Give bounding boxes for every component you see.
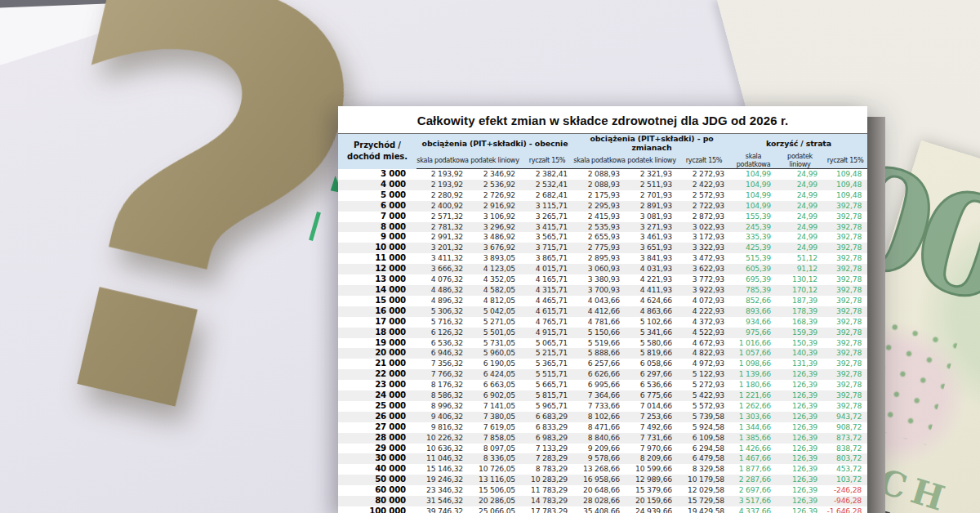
table-title: Całkowity efekt zmian w składce zdrowotn… bbox=[338, 106, 867, 127]
value-cell: 20 286,05 bbox=[469, 496, 521, 506]
column-subheader: skala podatkowa bbox=[730, 152, 777, 169]
table-row: 6 0002 400,922 916,923 115,712 295,932 8… bbox=[338, 201, 867, 212]
value-cell: 7 141,05 bbox=[469, 401, 521, 412]
table-row: 28 00010 226,327 858,056 983,298 840,667… bbox=[338, 433, 867, 444]
value-cell: 5 365,71 bbox=[521, 359, 573, 369]
value-cell: 2 722,93 bbox=[678, 201, 730, 212]
value-cell: 1 303,66 bbox=[730, 412, 777, 422]
value-cell: 3 517,66 bbox=[730, 496, 777, 506]
value-cell: 6 479,58 bbox=[678, 453, 730, 464]
value-cell: 4 372,93 bbox=[678, 317, 730, 328]
value-cell: 3 380,93 bbox=[573, 274, 626, 285]
value-cell: 5 815,71 bbox=[521, 390, 573, 401]
table-row: 21 0007 356,326 190,055 365,716 257,666 … bbox=[338, 359, 867, 369]
value-cell: 23 346,32 bbox=[416, 485, 469, 496]
value-cell: 1 057,66 bbox=[730, 348, 777, 359]
value-cell: 2 872,93 bbox=[678, 212, 730, 222]
value-cell: 15 506,05 bbox=[469, 485, 521, 496]
value-cell: 6 626,66 bbox=[573, 369, 626, 380]
value-cell: 126,39 bbox=[777, 390, 823, 401]
value-cell: 2 701,93 bbox=[626, 190, 678, 201]
value-cell: 10 226,32 bbox=[416, 433, 469, 444]
value-cell: 2 382,41 bbox=[521, 169, 573, 180]
row-label: 11 000 bbox=[338, 253, 416, 264]
value-cell: 392,78 bbox=[823, 380, 867, 390]
value-cell: 5 122,93 bbox=[678, 369, 730, 380]
value-cell: 5 819,66 bbox=[626, 348, 678, 359]
value-cell: 104,99 bbox=[730, 169, 777, 180]
table-row: 23 0008 176,326 663,055 665,716 995,666 … bbox=[338, 380, 867, 390]
value-cell: 2 280,92 bbox=[416, 190, 469, 201]
value-cell: 838,72 bbox=[823, 444, 867, 454]
value-cell: 335,39 bbox=[730, 232, 777, 243]
value-cell: 11 783,29 bbox=[521, 485, 573, 496]
value-cell: 4 412,66 bbox=[573, 306, 626, 317]
value-cell: 8 471,66 bbox=[573, 422, 626, 433]
row-label: 10 000 bbox=[338, 243, 416, 253]
value-cell: 3 651,93 bbox=[626, 243, 678, 253]
value-cell: 14 783,29 bbox=[521, 496, 573, 506]
value-cell: 109,48 bbox=[823, 180, 867, 190]
value-cell: 12 029,58 bbox=[678, 485, 730, 496]
value-cell: 24,99 bbox=[777, 222, 823, 233]
value-cell: 24,99 bbox=[777, 232, 823, 243]
value-cell: 3 411,32 bbox=[416, 253, 469, 264]
value-cell: 9 578,66 bbox=[573, 453, 626, 464]
value-cell: 8 209,66 bbox=[626, 453, 678, 464]
value-cell: 1 467,66 bbox=[730, 453, 777, 464]
value-cell: 24,99 bbox=[777, 180, 823, 190]
value-cell: 3 265,71 bbox=[521, 212, 573, 222]
value-cell: 4 352,05 bbox=[469, 274, 521, 285]
table-row: 8 0002 781,323 296,923 415,712 535,933 2… bbox=[338, 222, 867, 233]
value-cell: 4 222,93 bbox=[678, 306, 730, 317]
value-cell: 392,78 bbox=[823, 369, 867, 380]
table-row: 15 0004 896,324 812,054 465,714 043,664 … bbox=[338, 296, 867, 306]
value-cell: 9 816,32 bbox=[416, 422, 469, 433]
column-subheader: ryczałt 15% bbox=[678, 152, 730, 169]
value-cell: 5 739,58 bbox=[678, 412, 730, 422]
value-cell: 893,66 bbox=[730, 306, 777, 317]
value-cell: 6 257,66 bbox=[573, 359, 626, 369]
row-label: 28 000 bbox=[338, 433, 416, 444]
value-cell: 3 622,93 bbox=[678, 264, 730, 274]
value-cell: 4 822,93 bbox=[678, 348, 730, 359]
value-cell: 126,39 bbox=[777, 369, 823, 380]
value-cell: 6 058,66 bbox=[626, 359, 678, 369]
value-cell: 12 989,66 bbox=[626, 475, 678, 485]
table-row: 22 0007 766,326 424,055 515,716 626,666 … bbox=[338, 369, 867, 380]
value-cell: 10 726,05 bbox=[469, 464, 521, 475]
value-cell: 392,78 bbox=[823, 401, 867, 412]
value-cell: 131,39 bbox=[777, 359, 823, 369]
value-cell: 7 733,66 bbox=[573, 401, 626, 412]
value-cell: 4 672,93 bbox=[678, 338, 730, 349]
table-row: 24 0008 586,326 902,055 815,717 364,666 … bbox=[338, 390, 867, 401]
value-cell: 4 915,71 bbox=[521, 328, 573, 338]
value-cell: 785,39 bbox=[730, 285, 777, 296]
value-cell: 6 294,58 bbox=[678, 444, 730, 454]
value-cell: 3 893,05 bbox=[469, 253, 521, 264]
value-cell: 6 995,66 bbox=[573, 380, 626, 390]
value-cell: 4 221,93 bbox=[626, 274, 678, 285]
value-cell: 5 665,71 bbox=[521, 380, 573, 390]
value-cell: 6 683,29 bbox=[521, 412, 573, 422]
value-cell: 392,78 bbox=[823, 243, 867, 253]
value-cell: 392,78 bbox=[823, 264, 867, 274]
column-header-income: Przychód /dochód mies. bbox=[338, 134, 416, 169]
value-cell: 35 408,66 bbox=[573, 506, 626, 513]
column-subheader: podatek liniowy bbox=[469, 152, 521, 169]
value-cell: 515,39 bbox=[730, 253, 777, 264]
value-cell: 7 731,66 bbox=[626, 433, 678, 444]
value-cell: 2 415,93 bbox=[573, 212, 626, 222]
value-cell: 4 582,05 bbox=[469, 285, 521, 296]
value-cell: 6 536,32 bbox=[416, 338, 469, 349]
value-cell: 1 877,66 bbox=[730, 464, 777, 475]
value-cell: 5 150,66 bbox=[573, 328, 626, 338]
value-cell: 8 840,66 bbox=[573, 433, 626, 444]
value-cell: 4 765,71 bbox=[521, 317, 573, 328]
value-cell: 1 385,66 bbox=[730, 433, 777, 444]
value-cell: 2 088,93 bbox=[573, 169, 626, 180]
value-cell: 168,39 bbox=[777, 317, 823, 328]
value-cell: 3 461,93 bbox=[626, 232, 678, 243]
table-row: 50 00019 246,3213 116,0510 283,2916 958,… bbox=[338, 475, 867, 485]
value-cell: 975,66 bbox=[730, 328, 777, 338]
